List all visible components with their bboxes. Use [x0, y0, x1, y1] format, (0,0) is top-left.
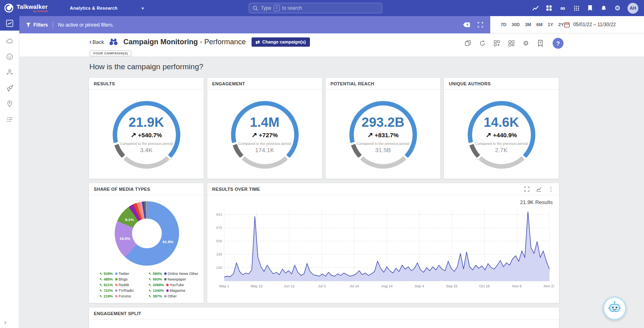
svg-text:Oct 16: Oct 16 [479, 284, 490, 288]
page-header-band: ‹ Back Campaign Monitoring - Performance… [19, 33, 644, 56]
talkwalker-logo[interactable]: Talkwalker by Hootsuite [4, 3, 48, 13]
range-button-1y[interactable]: 1Y [548, 22, 553, 27]
svg-text:May 22: May 22 [251, 284, 263, 288]
chevron-down-icon: ▾ [142, 6, 144, 10]
legend-item-other[interactable]: ↖387%Other [149, 293, 203, 299]
kpi-compare-label: Compared to the previous period [120, 142, 173, 146]
filters-button[interactable]: Filters [26, 22, 48, 28]
help-button[interactable]: ? [553, 38, 564, 49]
map-pin-icon [6, 100, 14, 108]
svg-text:Jul 3: Jul 3 [318, 284, 326, 288]
kpi-delta: +540.7% [138, 132, 162, 138]
svg-text:169: 169 [216, 266, 222, 270]
nav-right-icons: ∞ ⚙ AH [532, 3, 644, 14]
back-chevron-icon: ‹ [89, 38, 92, 45]
kpi-row: RESULTS 21.9K ↗ +540.7% Compared to the … [89, 77, 559, 179]
robot-icon [607, 300, 623, 316]
save-view-icon[interactable] [537, 39, 544, 47]
topics-list-icon [6, 116, 14, 124]
notifications-bell-icon[interactable] [600, 4, 607, 12]
expand-chart-icon[interactable] [524, 186, 530, 192]
gender-icons [6, 84, 14, 92]
apps-grid-icon[interactable] [573, 4, 580, 12]
legend-item-reddit[interactable]: ↖521%Reddit [99, 282, 149, 288]
sidebar-item-social[interactable] [0, 49, 19, 64]
left-sidebar: › [0, 16, 19, 328]
range-button-2y[interactable]: 2Y [558, 22, 564, 27]
svg-text:Aug 14: Aug 14 [381, 284, 393, 288]
workspace-selector[interactable]: Analytics & Research ▾ [70, 6, 144, 10]
legend-item-blogs[interactable]: ↖485%Blogs [99, 276, 149, 282]
kpi-gauge: 293.2B ↗ +831.7% Compared to the previou… [349, 101, 417, 169]
kpi-delta: +440.9% [493, 132, 517, 138]
date-range-picker[interactable]: 05/01/22 – 11/30/22 [564, 22, 616, 28]
range-button-6m[interactable]: 6M [537, 22, 543, 27]
sidebar-item-demographics[interactable] [0, 80, 19, 96]
kpi-previous-value: 174.1K [255, 146, 275, 153]
svg-text:338: 338 [216, 252, 222, 256]
legend-item-tv-radio[interactable]: ↖722%TV/Radio [99, 288, 149, 293]
duplicate-icon[interactable] [464, 39, 472, 47]
clear-filters-icon[interactable] [463, 21, 470, 29]
add-widget-icon[interactable] [508, 39, 515, 47]
kpi-gauge: 1.4M ↗ +727% Compared to the previous pe… [231, 101, 299, 169]
dashboards-icon[interactable] [545, 4, 553, 12]
settings-gear-icon[interactable]: ⚙ [614, 4, 621, 12]
bookmark-icon[interactable] [586, 4, 594, 12]
results-over-time-title: RESULTS OVER TIME [212, 187, 260, 192]
svg-text:May 1: May 1 [219, 284, 229, 288]
analytics-chart-icon [6, 19, 14, 27]
legend-item-online-news-other[interactable]: ↖590%Online News Other [149, 271, 203, 276]
range-button-30d[interactable]: 30D [512, 22, 520, 27]
engagement-split-card: ENGAGEMENT SPLIT [89, 307, 559, 328]
chart-type-icon[interactable] [536, 186, 542, 192]
svg-text:Jun 12: Jun 12 [284, 284, 295, 288]
user-avatar[interactable]: AH [627, 3, 638, 14]
date-range-bar: 7D30D3M6M1Y2Y 05/01/22 – 11/30/22 [490, 16, 644, 33]
svg-text:843: 843 [216, 212, 222, 217]
results-chart[interactable]: May 1May 22Jun 12Jul 3Jul 24Aug 14Sep 4S… [210, 206, 554, 291]
media-types-card: SHARE OF MEDIA TYPES 61.8%19.5%9.1% ↖529… [89, 183, 204, 303]
sidebar-item-data-sources[interactable] [0, 33, 19, 49]
svg-text:506: 506 [216, 239, 222, 243]
range-buttons: 7D30D3M6M1Y2Y [501, 22, 564, 27]
settings-icon[interactable]: ⚙ [522, 39, 530, 47]
sidebar-item-analytics[interactable] [0, 16, 19, 31]
chatbot-button[interactable] [603, 297, 626, 320]
export-widgets-icon[interactable] [493, 39, 501, 47]
legend-item-youtube[interactable]: ↖2069%YouTube [149, 282, 203, 288]
kpi-previous-value: 3.4K [140, 146, 153, 153]
sidebar-expand-chevron[interactable]: › [4, 318, 6, 326]
legend-item-newspaper[interactable]: ↖593%Newspaper [149, 276, 203, 282]
kpi-card-title: RESULTS [94, 81, 115, 86]
media-donut-chart[interactable]: 61.8%19.5%9.1% [115, 201, 179, 266]
smiley-icon [6, 53, 14, 61]
performance-chart-icon[interactable] [532, 4, 539, 12]
legend-item-forums[interactable]: ↖219%Forums [99, 293, 149, 299]
back-button[interactable]: ‹ Back [89, 39, 104, 45]
filter-status-text: No active or pinned filters. [58, 22, 114, 28]
range-button-7d[interactable]: 7D [501, 22, 506, 27]
sidebar-item-assistant[interactable] [0, 64, 19, 80]
kebab-menu-icon[interactable]: ⋮ [548, 186, 554, 192]
question-heading: How is the campaign performing? [89, 62, 559, 72]
search-placeholder-suffix: to search [282, 5, 302, 11]
change-campaign-button[interactable]: ⇄ Change campaign(s) [252, 37, 310, 47]
campaign-tag-chip[interactable]: YOUR CAMPAIGN(S) [89, 50, 132, 56]
integrations-icon[interactable]: ∞ [559, 4, 566, 12]
kpi-gauge: 21.9K ↗ +540.7% Compared to the previous… [113, 101, 180, 169]
kpi-previous-value: 2.7K [495, 146, 508, 153]
refresh-icon[interactable] [479, 39, 486, 47]
slash-key-hint: / [274, 5, 280, 11]
range-button-3m[interactable]: 3M [525, 22, 531, 27]
legend-item-magazine[interactable]: ↖1340%Magazine [149, 288, 203, 293]
legend-item-twitter[interactable]: ↖529%Twitter [99, 271, 149, 276]
fullscreen-icon[interactable] [477, 21, 484, 29]
global-search-input[interactable]: Type / to search [249, 3, 382, 13]
sidebar-item-topics[interactable] [0, 111, 19, 127]
cloud-icon [6, 37, 14, 45]
sidebar-item-geography[interactable] [0, 96, 19, 111]
kpi-compare-label: Compared to the previous period [475, 142, 528, 146]
kpi-delta: +727% [259, 132, 278, 138]
svg-text:Jul 24: Jul 24 [349, 284, 359, 288]
